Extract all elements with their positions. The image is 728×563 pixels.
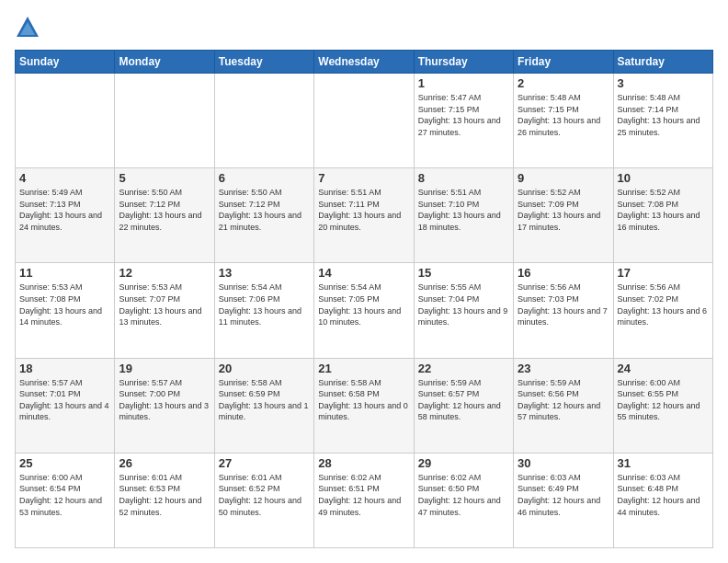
- calendar-day-cell: 24Sunrise: 6:00 AM Sunset: 6:55 PM Dayli…: [613, 358, 712, 453]
- day-number: 1: [418, 76, 509, 90]
- calendar-day-cell: 23Sunrise: 5:59 AM Sunset: 6:56 PM Dayli…: [514, 358, 613, 453]
- calendar-day-cell: 11Sunrise: 5:53 AM Sunset: 7:08 PM Dayli…: [16, 263, 115, 358]
- day-number: 20: [219, 362, 310, 375]
- day-info: Sunrise: 5:53 AM Sunset: 7:08 PM Dayligh…: [19, 282, 110, 327]
- day-info: Sunrise: 5:48 AM Sunset: 7:15 PM Dayligh…: [518, 92, 609, 138]
- calendar-day-cell: 5Sunrise: 5:50 AM Sunset: 7:12 PM Daylig…: [115, 168, 214, 263]
- day-number: 8: [418, 171, 509, 185]
- calendar-day-cell: 20Sunrise: 5:58 AM Sunset: 6:59 PM Dayli…: [214, 358, 313, 453]
- day-of-week-header: Thursday: [414, 51, 513, 74]
- calendar-day-cell: 4Sunrise: 5:49 AM Sunset: 7:13 PM Daylig…: [16, 168, 115, 263]
- calendar-day-cell: 25Sunrise: 6:00 AM Sunset: 6:54 PM Dayli…: [16, 453, 115, 547]
- calendar-day-cell: 17Sunrise: 5:56 AM Sunset: 7:02 PM Dayli…: [613, 263, 712, 358]
- day-number: 23: [518, 362, 609, 375]
- day-info: Sunrise: 5:51 AM Sunset: 7:11 PM Dayligh…: [318, 187, 409, 233]
- day-number: 27: [219, 456, 310, 470]
- day-number: 11: [19, 266, 110, 280]
- day-info: Sunrise: 5:49 AM Sunset: 7:13 PM Dayligh…: [19, 187, 110, 233]
- day-info: Sunrise: 5:53 AM Sunset: 7:07 PM Dayligh…: [119, 282, 210, 327]
- calendar-day-cell: 14Sunrise: 5:54 AM Sunset: 7:05 PM Dayli…: [314, 263, 414, 358]
- day-number: 29: [418, 456, 509, 470]
- day-number: 3: [618, 76, 709, 90]
- day-info: Sunrise: 5:50 AM Sunset: 7:12 PM Dayligh…: [219, 187, 310, 233]
- calendar-day-cell: 21Sunrise: 5:58 AM Sunset: 6:58 PM Dayli…: [314, 358, 414, 453]
- day-info: Sunrise: 5:50 AM Sunset: 7:12 PM Dayligh…: [119, 187, 210, 233]
- day-number: 13: [219, 266, 310, 280]
- day-info: Sunrise: 5:56 AM Sunset: 7:03 PM Dayligh…: [518, 282, 609, 327]
- day-number: 24: [618, 362, 709, 375]
- calendar-day-cell: 8Sunrise: 5:51 AM Sunset: 7:10 PM Daylig…: [414, 168, 513, 263]
- day-info: Sunrise: 5:56 AM Sunset: 7:02 PM Dayligh…: [618, 282, 709, 327]
- day-info: Sunrise: 5:57 AM Sunset: 7:01 PM Dayligh…: [19, 377, 110, 423]
- calendar-week-row: 4Sunrise: 5:49 AM Sunset: 7:13 PM Daylig…: [16, 168, 713, 263]
- day-number: 30: [518, 456, 609, 470]
- calendar-day-cell: [16, 74, 115, 168]
- calendar-day-cell: 26Sunrise: 6:01 AM Sunset: 6:53 PM Dayli…: [115, 453, 214, 547]
- day-of-week-header: Sunday: [16, 51, 115, 74]
- calendar-week-row: 18Sunrise: 5:57 AM Sunset: 7:01 PM Dayli…: [16, 358, 713, 453]
- day-info: Sunrise: 5:47 AM Sunset: 7:15 PM Dayligh…: [418, 92, 509, 138]
- day-number: 22: [418, 362, 509, 375]
- day-info: Sunrise: 5:54 AM Sunset: 7:06 PM Dayligh…: [219, 282, 310, 327]
- day-number: 21: [318, 362, 409, 375]
- calendar-day-cell: 22Sunrise: 5:59 AM Sunset: 6:57 PM Dayli…: [414, 358, 513, 453]
- day-info: Sunrise: 5:54 AM Sunset: 7:05 PM Dayligh…: [318, 282, 409, 327]
- day-of-week-header: Wednesday: [314, 51, 414, 74]
- calendar-day-cell: 29Sunrise: 6:02 AM Sunset: 6:50 PM Dayli…: [414, 453, 513, 547]
- calendar-week-row: 25Sunrise: 6:00 AM Sunset: 6:54 PM Dayli…: [16, 453, 713, 547]
- day-info: Sunrise: 5:58 AM Sunset: 6:58 PM Dayligh…: [318, 377, 409, 423]
- day-info: Sunrise: 5:57 AM Sunset: 7:00 PM Dayligh…: [119, 377, 210, 423]
- day-info: Sunrise: 5:59 AM Sunset: 6:56 PM Dayligh…: [518, 377, 609, 423]
- day-info: Sunrise: 6:02 AM Sunset: 6:50 PM Dayligh…: [418, 472, 509, 518]
- calendar-day-cell: 27Sunrise: 6:01 AM Sunset: 6:52 PM Dayli…: [214, 453, 313, 547]
- day-number: 26: [119, 456, 210, 470]
- day-info: Sunrise: 6:03 AM Sunset: 6:49 PM Dayligh…: [518, 472, 609, 518]
- day-info: Sunrise: 5:51 AM Sunset: 7:10 PM Dayligh…: [418, 187, 509, 233]
- day-info: Sunrise: 6:00 AM Sunset: 6:54 PM Dayligh…: [19, 472, 110, 518]
- calendar-day-cell: 15Sunrise: 5:55 AM Sunset: 7:04 PM Dayli…: [414, 263, 513, 358]
- page: SundayMondayTuesdayWednesdayThursdayFrid…: [0, 0, 728, 563]
- day-number: 6: [219, 171, 310, 185]
- day-of-week-header: Saturday: [613, 51, 712, 74]
- day-number: 16: [518, 266, 609, 280]
- calendar-day-cell: 13Sunrise: 5:54 AM Sunset: 7:06 PM Dayli…: [214, 263, 313, 358]
- calendar-day-cell: 9Sunrise: 5:52 AM Sunset: 7:09 PM Daylig…: [514, 168, 613, 263]
- day-number: 7: [318, 171, 409, 185]
- day-info: Sunrise: 5:48 AM Sunset: 7:14 PM Dayligh…: [618, 92, 709, 138]
- calendar-table: SundayMondayTuesdayWednesdayThursdayFrid…: [15, 50, 713, 548]
- day-info: Sunrise: 5:52 AM Sunset: 7:08 PM Dayligh…: [618, 187, 709, 233]
- calendar-day-cell: [314, 74, 414, 168]
- day-info: Sunrise: 6:01 AM Sunset: 6:53 PM Dayligh…: [119, 472, 210, 518]
- day-number: 17: [618, 266, 709, 280]
- day-number: 14: [318, 266, 409, 280]
- day-info: Sunrise: 6:02 AM Sunset: 6:51 PM Dayligh…: [318, 472, 409, 518]
- day-number: 15: [418, 266, 509, 280]
- calendar-day-cell: [115, 74, 214, 168]
- calendar-day-cell: 19Sunrise: 5:57 AM Sunset: 7:00 PM Dayli…: [115, 358, 214, 453]
- calendar-day-cell: 6Sunrise: 5:50 AM Sunset: 7:12 PM Daylig…: [214, 168, 313, 263]
- calendar-week-row: 1Sunrise: 5:47 AM Sunset: 7:15 PM Daylig…: [16, 74, 713, 168]
- day-of-week-header: Friday: [514, 51, 613, 74]
- calendar-day-cell: 16Sunrise: 5:56 AM Sunset: 7:03 PM Dayli…: [514, 263, 613, 358]
- calendar-day-cell: 12Sunrise: 5:53 AM Sunset: 7:07 PM Dayli…: [115, 263, 214, 358]
- day-number: 10: [618, 171, 709, 185]
- calendar-header-row: SundayMondayTuesdayWednesdayThursdayFrid…: [16, 51, 713, 74]
- day-number: 25: [19, 456, 110, 470]
- day-number: 9: [518, 171, 609, 185]
- day-number: 5: [119, 171, 210, 185]
- day-number: 19: [119, 362, 210, 375]
- calendar-day-cell: 28Sunrise: 6:02 AM Sunset: 6:51 PM Dayli…: [314, 453, 414, 547]
- calendar-day-cell: 30Sunrise: 6:03 AM Sunset: 6:49 PM Dayli…: [514, 453, 613, 547]
- calendar-day-cell: 1Sunrise: 5:47 AM Sunset: 7:15 PM Daylig…: [414, 74, 513, 168]
- calendar-day-cell: 31Sunrise: 6:03 AM Sunset: 6:48 PM Dayli…: [613, 453, 712, 547]
- day-of-week-header: Monday: [115, 51, 214, 74]
- day-info: Sunrise: 6:01 AM Sunset: 6:52 PM Dayligh…: [219, 472, 310, 518]
- day-number: 18: [19, 362, 110, 375]
- logo-icon: [15, 15, 40, 40]
- day-number: 12: [119, 266, 210, 280]
- day-info: Sunrise: 5:59 AM Sunset: 6:57 PM Dayligh…: [418, 377, 509, 423]
- day-number: 2: [518, 76, 609, 90]
- day-info: Sunrise: 5:55 AM Sunset: 7:04 PM Dayligh…: [418, 282, 509, 327]
- logo: [15, 15, 44, 40]
- day-number: 31: [618, 456, 709, 470]
